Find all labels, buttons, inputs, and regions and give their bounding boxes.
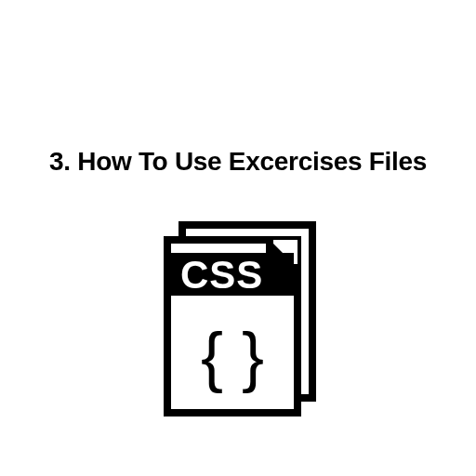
- css-file-icon: CSS { }: [154, 221, 322, 416]
- svg-text:CSS: CSS: [180, 253, 263, 297]
- page-title: 3. How To Use Excercises Files: [0, 147, 476, 177]
- svg-text:{ }: { }: [201, 319, 264, 393]
